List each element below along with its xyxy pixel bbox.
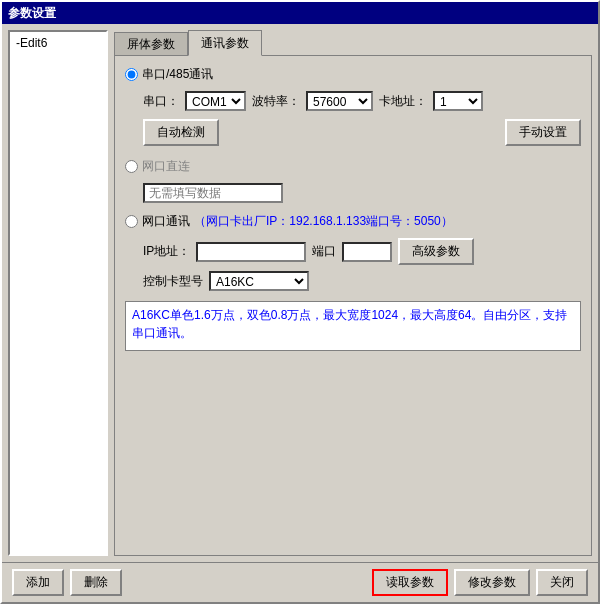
auto-detect-button[interactable]: 自动检测 xyxy=(143,119,219,146)
tab-content: 串口/485通讯 串口： COM1 COM2 COM3 波特率： 57600 9… xyxy=(114,55,592,556)
network-direct-input[interactable] xyxy=(143,183,283,203)
network-direct-field-wrap xyxy=(143,183,581,203)
advanced-button[interactable]: 高级参数 xyxy=(398,238,474,265)
delete-button[interactable]: 删除 xyxy=(70,569,122,596)
manual-set-button[interactable]: 手动设置 xyxy=(505,119,581,146)
serial-label: 串口/485通讯 xyxy=(142,66,213,83)
card-type-row: 控制卡型号 A16KC xyxy=(143,271,581,291)
tab-screen[interactable]: 屏体参数 xyxy=(114,32,188,56)
baud-label: 波特率： xyxy=(252,93,300,110)
bottom-bar: 添加 删除 读取参数 修改参数 关闭 xyxy=(2,562,598,602)
ip-label: IP地址： xyxy=(143,243,190,260)
network-direct-radio-row: 网口直连 xyxy=(125,158,581,175)
window-title: 参数设置 xyxy=(8,5,56,22)
info-text: A16KC单色1.6万点，双色0.8万点，最大宽度1024，最大高度64。自由分… xyxy=(132,308,567,340)
port-select[interactable]: COM1 COM2 COM3 xyxy=(185,91,246,111)
card-type-label: 控制卡型号 xyxy=(143,273,203,290)
card-type-select[interactable]: A16KC xyxy=(209,271,309,291)
port-num-label: 端口 xyxy=(312,243,336,260)
network-comm-label: 网口通讯 xyxy=(142,213,190,230)
left-panel-item[interactable]: -Edit6 xyxy=(12,34,104,52)
network-comm-radio[interactable] xyxy=(125,215,138,228)
ip-row: IP地址： 192.168.1.133 端口 5050 高级参数 xyxy=(143,238,581,265)
serial-section: 串口/485通讯 串口： COM1 COM2 COM3 波特率： 57600 9… xyxy=(125,66,581,146)
tab-comm[interactable]: 通讯参数 xyxy=(188,30,262,56)
info-box: A16KC单色1.6万点，双色0.8万点，最大宽度1024，最大高度64。自由分… xyxy=(125,301,581,351)
serial-button-row: 自动检测 手动设置 xyxy=(143,119,581,146)
serial-radio[interactable] xyxy=(125,68,138,81)
right-bottom-buttons: 读取参数 修改参数 关闭 xyxy=(372,569,588,596)
network-direct-radio[interactable] xyxy=(125,160,138,173)
title-bar: 参数设置 xyxy=(2,2,598,24)
serial-radio-row: 串口/485通讯 xyxy=(125,66,581,83)
port-label: 串口： xyxy=(143,93,179,110)
left-bottom-buttons: 添加 删除 xyxy=(12,569,122,596)
port-row: 串口： COM1 COM2 COM3 波特率： 57600 9600 19200… xyxy=(143,91,581,111)
network-comm-info: （网口卡出厂IP：192.168.1.133端口号：5050） xyxy=(194,213,453,230)
main-window: 参数设置 -Edit6 屏体参数 通讯参数 xyxy=(0,0,600,604)
network-comm-radio-row: 网口通讯 （网口卡出厂IP：192.168.1.133端口号：5050） xyxy=(125,213,581,230)
port-num-input[interactable]: 5050 xyxy=(342,242,392,262)
ip-input[interactable]: 192.168.1.133 xyxy=(196,242,306,262)
card-addr-select[interactable]: 1 2 3 xyxy=(433,91,483,111)
baud-select[interactable]: 57600 9600 19200 115200 xyxy=(306,91,373,111)
modify-params-button[interactable]: 修改参数 xyxy=(454,569,530,596)
card-addr-label: 卡地址： xyxy=(379,93,427,110)
left-panel: -Edit6 xyxy=(8,30,108,556)
read-params-button[interactable]: 读取参数 xyxy=(372,569,448,596)
network-direct-label: 网口直连 xyxy=(142,158,190,175)
tab-bar: 屏体参数 通讯参数 xyxy=(114,30,592,56)
network-comm-section: 网口通讯 （网口卡出厂IP：192.168.1.133端口号：5050） IP地… xyxy=(125,213,581,291)
right-panel: 屏体参数 通讯参数 串口/485通讯 串口： C xyxy=(114,30,592,556)
add-button[interactable]: 添加 xyxy=(12,569,64,596)
network-direct-section: 网口直连 xyxy=(125,158,581,203)
close-button[interactable]: 关闭 xyxy=(536,569,588,596)
